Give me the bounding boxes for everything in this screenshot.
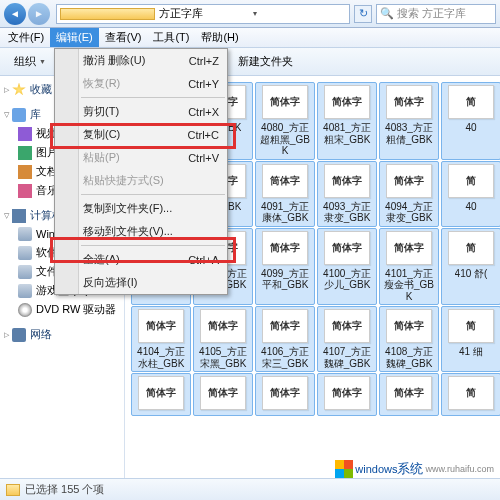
sidebar-item-dvd[interactable]: DVD RW 驱动器 [0,300,124,319]
menu-redo[interactable]: 恢复(R)Ctrl+Y [55,72,227,95]
menu-bar: 文件(F) 编辑(E) 查看(V) 工具(T) 帮助(H) [0,28,500,48]
disk-icon [18,246,32,260]
search-input[interactable]: 🔍 搜索 方正字库 [376,4,496,24]
menu-paste-shortcut[interactable]: 粘贴快捷方式(S) [55,169,227,192]
file-item[interactable]: 简体字4094_方正隶变_GBK [379,161,439,227]
file-item[interactable]: 简40 [441,161,500,227]
file-label: 4094_方正隶变_GBK [382,201,436,224]
file-thumbnail: 简体字 [262,309,308,343]
menu-tools[interactable]: 工具(T) [147,28,195,47]
file-thumbnail: 简体字 [138,309,184,343]
file-item[interactable]: 简 [441,373,500,416]
file-item[interactable]: 简体字4106_方正宋三_GBK [255,306,315,372]
file-label: 4100_方正少儿_GBK [320,268,374,291]
dvd-icon [18,303,32,317]
folder-icon [6,484,20,496]
library-icon [12,108,26,122]
file-item[interactable]: 筒体字4091_方正康体_GBK [255,161,315,227]
file-thumbnail: 简体字 [386,164,432,198]
menu-edit[interactable]: 编辑(E) [50,28,99,47]
menu-view[interactable]: 查看(V) [99,28,148,47]
search-icon: 🔍 [380,7,394,20]
nav-forward-button[interactable]: ► [28,3,50,25]
file-item[interactable]: 简体字4093_方正隶变_GBK [317,161,377,227]
file-item[interactable]: 简体字 [317,373,377,416]
music-icon [18,184,32,198]
file-thumbnail: 简体字 [386,85,432,119]
menu-copy[interactable]: 复制(C)Ctrl+C [55,123,227,146]
file-item[interactable]: 简41 细 [441,306,500,372]
picture-icon [18,146,32,160]
network-icon [12,328,26,342]
refresh-button[interactable]: ↻ [354,5,372,23]
file-item[interactable]: 简体字 [255,373,315,416]
nav-back-button[interactable]: ◄ [4,3,26,25]
new-folder-button[interactable]: 新建文件夹 [230,51,301,72]
file-thumbnail: 简体字 [324,164,370,198]
windows-logo-icon [335,460,353,478]
file-item[interactable]: 简体字4100_方正少儿_GBK [317,228,377,306]
file-item[interactable]: 简体字 [131,373,191,416]
menu-copy-to[interactable]: 复制到文件夹(F)... [55,197,227,220]
menu-paste[interactable]: 粘贴(P)Ctrl+V [55,146,227,169]
address-bar[interactable]: 方正字库 ▾ [56,4,350,24]
disk-icon [18,265,32,279]
status-bar: 已选择 155 个项 [0,478,500,500]
file-label: 4080_方正超粗黑_GBK [258,122,312,157]
edit-dropdown: 撤消 删除(U)Ctrl+Z 恢复(R)Ctrl+Y 剪切(T)Ctrl+X 复… [54,48,228,295]
organize-button[interactable]: 组织▼ [6,51,54,72]
menu-invert-selection[interactable]: 反向选择(I) [55,271,227,294]
file-item[interactable]: 简体字4083_方正粗倩_GBK [379,82,439,160]
file-item[interactable]: 简410 舒( [441,228,500,306]
computer-icon [12,209,26,223]
search-placeholder: 搜索 方正字库 [397,6,466,21]
file-item[interactable]: 简体字 [379,373,439,416]
sidebar-network[interactable]: ▷网络 [0,325,124,344]
menu-file[interactable]: 文件(F) [2,28,50,47]
file-thumbnail: 简体字 [324,376,370,410]
file-item[interactable]: 简体字4105_方正宋黑_GBK [193,306,253,372]
address-path: 方正字库 [159,6,252,21]
file-thumbnail: 简 [448,164,494,198]
file-item[interactable]: 简40 [441,82,500,160]
file-thumbnail: 简体字 [386,376,432,410]
menu-cut[interactable]: 剪切(T)Ctrl+X [55,100,227,123]
file-thumbnail: 简体字 [200,309,246,343]
file-thumbnail: 简体字 [324,85,370,119]
status-text: 已选择 155 个项 [25,482,104,497]
menu-help[interactable]: 帮助(H) [195,28,244,47]
file-label: 4104_方正水柱_GBK [134,346,188,369]
file-item[interactable]: 简体字4081_方正粗宋_GBK [317,82,377,160]
video-icon [18,127,32,141]
file-item[interactable]: 简体字4108_方正魏碑_GBK [379,306,439,372]
file-item[interactable]: 简体字4104_方正水柱_GBK [131,306,191,372]
file-item[interactable]: 简体字4101_方正瘦金书_GBK [379,228,439,306]
file-thumbnail: 简体字 [200,376,246,410]
file-item[interactable]: 简体字4107_方正魏碑_GBK [317,306,377,372]
file-item[interactable]: 简体字4080_方正超粗黑_GBK [255,82,315,160]
file-thumbnail: 简体字 [324,309,370,343]
disk-icon [18,284,32,298]
dropdown-icon[interactable]: ▾ [253,9,346,18]
file-thumbnail: 简体字 [386,231,432,265]
disk-icon [18,227,32,241]
file-thumbnail: 简 [448,376,494,410]
file-thumbnail: 简 [448,309,494,343]
file-label: 4105_方正宋黑_GBK [196,346,250,369]
file-item[interactable]: 简体字4099_方正平和_GBK [255,228,315,306]
file-label: 41 细 [459,346,483,358]
menu-undo[interactable]: 撤消 删除(U)Ctrl+Z [55,49,227,72]
file-label: 4107_方正魏碑_GBK [320,346,374,369]
file-thumbnail: 简体字 [262,231,308,265]
menu-move-to[interactable]: 移动到文件夹(V)... [55,220,227,243]
file-item[interactable]: 简体字 [193,373,253,416]
file-label: 4091_方正康体_GBK [258,201,312,224]
menu-select-all[interactable]: 全选(A)Ctrl+A [55,248,227,271]
file-thumbnail: 简 [448,85,494,119]
file-label: 4081_方正粗宋_GBK [320,122,374,145]
file-label: 4093_方正隶变_GBK [320,201,374,224]
chevron-down-icon: ▼ [39,58,46,65]
file-label: 40 [465,201,476,213]
watermark: windows系统 www.ruhaifu.com [333,460,496,478]
file-thumbnail: 简体字 [262,85,308,119]
